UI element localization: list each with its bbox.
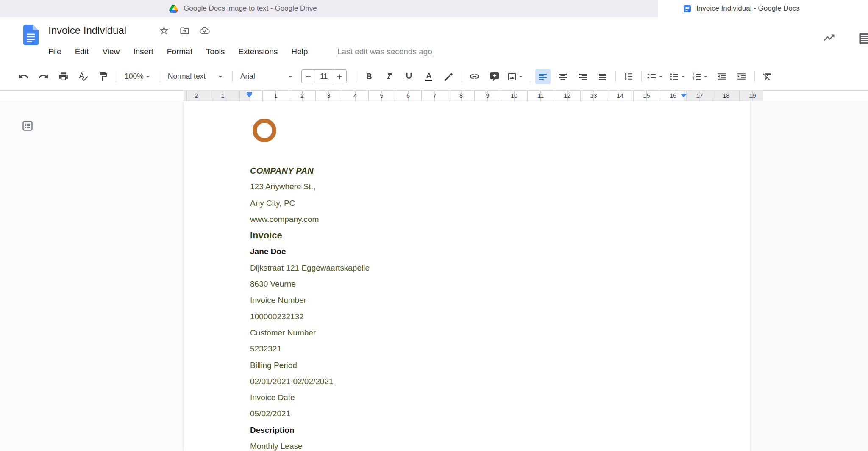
right-indent-marker[interactable] — [681, 94, 687, 97]
align-left-button[interactable] — [535, 69, 551, 84]
align-center-button[interactable] — [555, 69, 570, 84]
tab-google-drive[interactable]: Google Docs image to text - Google Drive — [0, 0, 658, 17]
decrease-indent-button[interactable] — [714, 69, 729, 84]
invoice-heading[interactable]: Invoice — [250, 227, 674, 243]
website-line[interactable]: www.company.com — [250, 211, 674, 227]
checklist-button[interactable] — [647, 69, 665, 84]
chevron-down-icon — [286, 72, 295, 81]
paint-format-button[interactable] — [95, 69, 111, 84]
decrease-font-size-button[interactable] — [302, 70, 315, 83]
menu-extensions[interactable]: Extensions — [237, 45, 278, 58]
highlight-color-button[interactable] — [441, 69, 456, 84]
menu-file[interactable]: File — [47, 45, 62, 58]
invoice-date-value[interactable]: 05/02/2021 — [250, 406, 674, 422]
bold-button[interactable] — [362, 69, 377, 84]
trending-up-icon[interactable] — [823, 31, 835, 44]
customer-street-line[interactable]: Dijkstraat 121 Eggewaartskapelle — [250, 260, 674, 276]
increase-font-size-button[interactable] — [333, 70, 346, 83]
underline-button[interactable] — [401, 69, 417, 84]
billing-period-label[interactable]: Billing Period — [250, 357, 674, 374]
document-page[interactable]: COMPANY PAN 123 Anywhere St., Any City, … — [184, 101, 750, 451]
zoom-select[interactable]: 100% — [122, 69, 155, 84]
print-icon — [58, 71, 69, 82]
chevron-down-icon — [216, 72, 225, 81]
checklist-icon — [647, 72, 657, 82]
text-color-icon: A — [426, 72, 431, 79]
document-outline-button[interactable] — [19, 118, 36, 134]
formatting-toolbar: 100% Normal text Arial 11 — [0, 63, 868, 91]
menu-tools[interactable]: Tools — [205, 45, 225, 58]
paragraph-style-select[interactable]: Normal text — [165, 69, 227, 84]
customer-number-value[interactable]: 5232321 — [250, 341, 674, 357]
clear-formatting-button[interactable] — [760, 69, 775, 84]
ruler-mark: 1 — [273, 91, 278, 101]
align-left-icon — [538, 72, 548, 82]
font-family-select[interactable]: Arial — [238, 69, 297, 84]
print-button[interactable] — [56, 69, 71, 84]
ruler-mark: 12 — [562, 91, 572, 101]
tab-invoice-individual[interactable]: Invoice Individual - Google Docs — [658, 0, 868, 17]
document-outline-icon — [22, 120, 33, 132]
document-title[interactable]: Invoice Individual — [48, 25, 126, 36]
insert-image-button[interactable] — [507, 69, 525, 84]
redo-button[interactable] — [36, 69, 51, 84]
menu-format[interactable]: Format — [166, 45, 193, 58]
company-name-line[interactable]: COMPANY PAN — [250, 163, 674, 179]
text-color-button[interactable]: A — [421, 69, 437, 84]
browser-tab-strip: Google Docs image to text - Google Drive… — [0, 0, 868, 17]
ruler-mark: 16 — [668, 91, 678, 101]
customer-name-line[interactable]: Jane Doe — [250, 243, 674, 260]
ruler-mark: 17 — [695, 91, 704, 101]
google-docs-app-icon[interactable] — [23, 25, 39, 47]
tab-title: Invoice Individual - Google Docs — [696, 4, 800, 13]
italic-icon — [384, 72, 394, 82]
add-comment-button[interactable] — [487, 69, 502, 84]
ruler-mark: 18 — [721, 91, 731, 101]
invoice-number-value[interactable]: 100000232132 — [250, 309, 674, 325]
ruler-mark: 5 — [378, 91, 384, 101]
italic-button[interactable] — [381, 69, 397, 84]
customer-number-label[interactable]: Customer Number — [250, 325, 674, 341]
billing-period-value[interactable]: 02/01/2021-02/02/2021 — [250, 374, 674, 390]
ruler-mark: 10 — [509, 91, 519, 101]
increase-indent-button[interactable] — [734, 69, 749, 84]
left-indent-marker[interactable] — [246, 92, 252, 97]
menu-edit[interactable]: Edit — [74, 45, 90, 58]
align-center-icon — [558, 72, 568, 82]
ruler-mark: 13 — [589, 91, 598, 101]
ruler-mark: 8 — [458, 91, 464, 101]
undo-icon — [18, 71, 29, 82]
move-folder-icon[interactable] — [179, 25, 190, 36]
ruler-mark: 1 — [220, 91, 225, 101]
justify-button[interactable] — [595, 69, 610, 84]
undo-button[interactable] — [16, 69, 31, 84]
company-logo-circle[interactable] — [253, 119, 276, 142]
menu-insert[interactable]: Insert — [132, 45, 154, 58]
invoice-number-label[interactable]: Invoice Number — [250, 292, 674, 308]
insert-link-button[interactable] — [467, 69, 482, 84]
invoice-date-label[interactable]: Invoice Date — [250, 390, 674, 406]
numbered-list-button[interactable]: 1 2 3 — [692, 69, 709, 84]
bold-icon — [364, 72, 374, 82]
customer-city-line[interactable]: 8630 Veurne — [250, 276, 674, 292]
line-spacing-button[interactable] — [621, 69, 636, 84]
link-icon — [469, 71, 480, 82]
spell-check-icon — [78, 71, 89, 82]
cloud-saved-icon[interactable] — [199, 25, 210, 36]
align-right-button[interactable] — [575, 69, 590, 84]
side-panel-icon[interactable] — [859, 32, 868, 45]
description-label[interactable]: Description — [250, 422, 674, 438]
font-size-input[interactable]: 11 — [315, 70, 333, 83]
ruler-mark: 2 — [299, 91, 305, 101]
last-edit-link[interactable]: Last edit was seconds ago — [337, 45, 432, 58]
ruler-mark: 14 — [615, 91, 625, 101]
bulleted-list-button[interactable] — [669, 69, 687, 84]
star-icon[interactable] — [159, 25, 170, 36]
spell-check-button[interactable] — [75, 69, 91, 84]
menu-view[interactable]: View — [101, 45, 120, 58]
description-value[interactable]: Monthly Lease — [250, 438, 674, 451]
city-line[interactable]: Any City, PC — [250, 195, 674, 211]
address-line[interactable]: 123 Anywhere St., — [250, 179, 674, 195]
menu-help[interactable]: Help — [290, 45, 309, 58]
chevron-down-icon — [657, 73, 665, 80]
